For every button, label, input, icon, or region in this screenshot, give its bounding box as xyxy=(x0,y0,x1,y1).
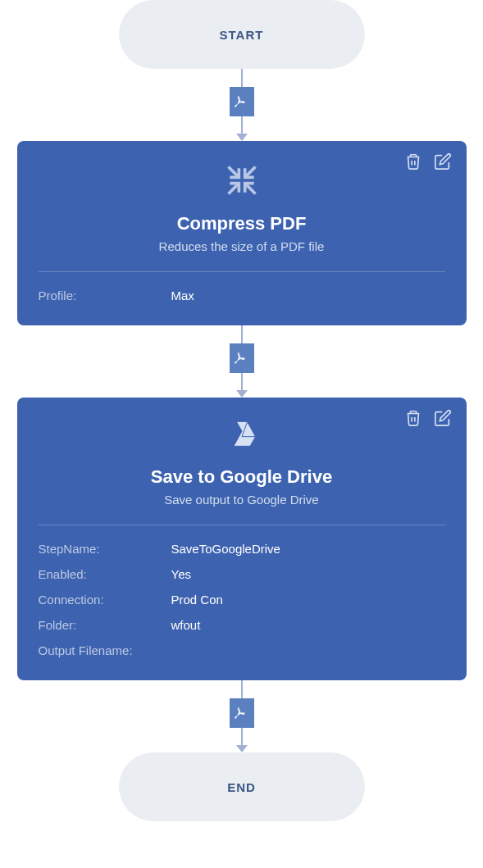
edit-icon xyxy=(434,409,452,427)
delete-button[interactable] xyxy=(404,152,422,170)
step-subtitle: Reduces the size of a PDF file xyxy=(39,239,445,253)
edit-button[interactable] xyxy=(434,409,452,427)
step-icon-wrap xyxy=(39,162,445,198)
step-title: Save to Google Drive xyxy=(39,466,445,488)
card-actions xyxy=(404,152,452,170)
prop-row: Output Filename: xyxy=(39,643,445,657)
flow-line xyxy=(241,373,243,391)
card-actions xyxy=(404,409,452,427)
prop-value: Prod Con xyxy=(171,593,223,607)
flow-line xyxy=(241,116,243,134)
flow-arrow xyxy=(236,390,248,398)
start-node: START xyxy=(119,0,365,69)
step-icon-wrap xyxy=(39,419,445,452)
prop-label: Folder: xyxy=(39,618,171,632)
prop-label: Enabled: xyxy=(39,567,171,581)
pdf-format-badge xyxy=(230,87,254,116)
prop-row: StepName: SaveToGoogleDrive xyxy=(39,542,445,556)
prop-value: Max xyxy=(171,289,194,302)
prop-value: SaveToGoogleDrive xyxy=(171,542,280,556)
pdf-icon xyxy=(235,706,249,720)
connector xyxy=(230,325,254,398)
connector xyxy=(230,69,254,141)
pdf-format-badge xyxy=(230,698,254,728)
trash-icon xyxy=(404,152,422,170)
gdrive-icon xyxy=(226,419,258,452)
flow-line xyxy=(241,325,243,343)
prop-label: StepName: xyxy=(39,542,171,556)
prop-row: Folder: wfout xyxy=(39,618,445,632)
pdf-format-badge xyxy=(230,343,254,373)
prop-value: wfout xyxy=(171,618,201,632)
prop-label: Output Filename: xyxy=(39,643,171,657)
step-card-compress: Compress PDF Reduces the size of a PDF f… xyxy=(17,141,467,325)
edit-button[interactable] xyxy=(434,152,452,170)
prop-row: Connection: Prod Con xyxy=(39,593,445,607)
step-title: Compress PDF xyxy=(39,213,445,234)
flow-line xyxy=(241,69,243,87)
prop-value: Yes xyxy=(171,567,191,581)
compress-icon xyxy=(224,162,260,198)
pdf-icon xyxy=(235,351,249,366)
flow-arrow xyxy=(236,134,248,141)
end-label: END xyxy=(227,780,256,794)
trash-icon xyxy=(404,409,422,427)
step-card-gdrive: Save to Google Drive Save output to Goog… xyxy=(17,398,467,680)
connector xyxy=(230,680,254,752)
flow-line xyxy=(241,680,243,698)
prop-row: Profile: Max xyxy=(39,289,445,302)
delete-button[interactable] xyxy=(404,409,422,427)
start-label: START xyxy=(220,28,264,42)
prop-label: Connection: xyxy=(39,593,171,607)
flow-arrow xyxy=(236,745,248,752)
divider xyxy=(39,525,445,525)
end-node: END xyxy=(119,752,365,821)
step-subtitle: Save output to Google Drive xyxy=(39,493,445,507)
prop-label: Profile: xyxy=(39,289,171,302)
pdf-icon xyxy=(235,94,249,109)
edit-icon xyxy=(434,152,452,170)
divider xyxy=(39,271,445,272)
flow-line xyxy=(241,728,243,746)
prop-row: Enabled: Yes xyxy=(39,567,445,581)
